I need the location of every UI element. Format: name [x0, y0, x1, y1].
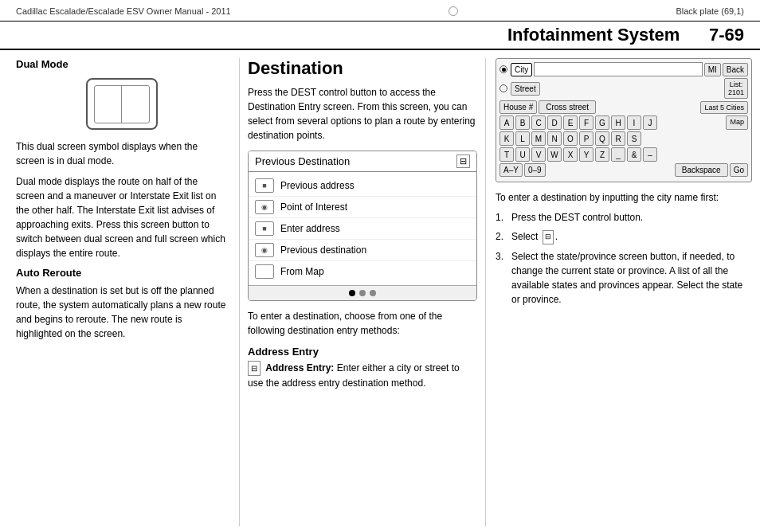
go-button[interactable]: Go [730, 163, 748, 177]
dual-screen-symbol [86, 78, 158, 130]
destination-panel: Previous Destination ⊟ ■ Previous addres… [248, 151, 477, 301]
city-button[interactable]: City [511, 63, 532, 76]
header-left: Cadillac Escalade/Escalade ESV Owner Man… [16, 6, 231, 16]
key-N[interactable]: N [547, 131, 562, 146]
key-D[interactable]: D [547, 115, 562, 130]
list-item[interactable]: ■ Previous address [249, 175, 476, 197]
city-name-input[interactable] [534, 62, 702, 76]
list-item[interactable]: ■ Enter address [249, 218, 476, 240]
left-column: Dual Mode This dual screen symbol displa… [0, 58, 239, 526]
prev-dest-icon: ◉ [255, 243, 274, 257]
dual-mode-title: Dual Mode [16, 58, 227, 70]
step-2-icon: ⊟ [543, 230, 554, 244]
poi-label: Point of Interest [280, 201, 347, 213]
key-M[interactable]: M [531, 131, 546, 146]
key-U[interactable]: U [515, 147, 530, 162]
address-entry-bold: Address Entry: [265, 362, 334, 374]
kb-letters-row1: A B C D E F G H I J Map [499, 115, 748, 130]
key-Y[interactable]: Y [579, 147, 594, 162]
prev-address-icon: ■ [255, 178, 274, 193]
key-underscore[interactable]: _ [611, 147, 625, 162]
last5-button[interactable]: Last 5 Cities [700, 101, 748, 114]
key-I[interactable]: I [627, 115, 641, 130]
kb-row-2: Street List: 2101 [499, 78, 748, 99]
from-map-icon [255, 264, 274, 279]
prev-address-label: Previous address [280, 180, 355, 191]
house-button[interactable]: House # [499, 100, 537, 114]
list-item[interactable]: ◉ Point of Interest [249, 197, 476, 218]
dual-mode-desc2: Dual mode displays the route on half of … [16, 174, 227, 260]
key-V[interactable]: V [531, 147, 546, 162]
page-header: Cadillac Escalade/Escalade ESV Owner Man… [0, 0, 760, 22]
list-item[interactable]: ◉ Previous destination [249, 240, 476, 261]
key-F[interactable]: F [579, 115, 594, 130]
key-O[interactable]: O [563, 131, 578, 146]
key-P[interactable]: P [579, 131, 594, 146]
key-A[interactable]: A [499, 115, 514, 130]
kb-row-4: A–Y 0–9 Backspace Go [499, 163, 748, 177]
address-entry-icon: ⊟ [248, 361, 261, 376]
back-button[interactable]: Back [723, 63, 748, 76]
destination-title: Destination [248, 58, 477, 79]
enter-address-label: Enter address [280, 223, 340, 234]
key-Q[interactable]: Q [595, 131, 609, 146]
dual-mode-desc1: This dual screen symbol displays when th… [16, 139, 227, 168]
backspace-button[interactable]: Backspace [675, 163, 728, 177]
street-radio[interactable] [499, 84, 507, 92]
nav-dot-3 [370, 290, 376, 296]
step-1-num: 1. [496, 210, 511, 225]
main-content: Dual Mode This dual screen symbol displa… [0, 50, 760, 526]
city-radio[interactable] [499, 65, 507, 73]
cross-button[interactable]: Cross street [539, 100, 596, 114]
key-Z[interactable]: Z [595, 147, 609, 162]
kb-row-1: City MI Back [499, 62, 748, 76]
list-item[interactable]: From Map [249, 261, 476, 282]
step-1: 1. Press the DEST control button. [496, 210, 752, 225]
key-L[interactable]: L [515, 131, 530, 146]
key-J[interactable]: J [643, 115, 657, 130]
instructions-intro: To enter a destination by inputting the … [496, 190, 752, 205]
key-R[interactable]: R [611, 131, 625, 146]
zero9-button[interactable]: 0–9 [524, 163, 546, 177]
step-1-text: Press the DEST control button. [511, 210, 643, 225]
street-button[interactable]: Street [511, 82, 540, 96]
middle-column: Destination Press the DEST control butto… [239, 58, 486, 526]
key-H[interactable]: H [611, 115, 625, 130]
dest-panel-bottom [249, 285, 476, 300]
key-W[interactable]: W [547, 147, 562, 162]
address-entry-title: Address Entry [248, 346, 477, 358]
key-T[interactable]: T [499, 147, 514, 162]
step-3: 3. Select the state/province screen butt… [496, 249, 752, 307]
step-3-num: 3. [496, 249, 511, 307]
key-dash[interactable]: – [643, 147, 657, 162]
dest-panel-title: Previous Destination [255, 155, 350, 167]
kb-letters-row2: K L M N O P Q R S [499, 131, 748, 146]
screen-half-right [122, 86, 149, 123]
registration-mark [449, 6, 458, 16]
step-2-num: 2. [496, 229, 511, 244]
poi-icon: ◉ [255, 200, 274, 214]
kb-row-3: House # Cross street Last 5 Cities [499, 100, 748, 114]
auto-reroute-desc: When a destination is set but is off the… [16, 284, 227, 341]
step-2: 2. Select ⊟. [496, 229, 752, 244]
map-button[interactable]: Map [726, 115, 748, 130]
key-K[interactable]: K [499, 131, 514, 146]
step-3-text: Select the state/province screen button,… [511, 249, 752, 307]
key-G[interactable]: G [595, 115, 609, 130]
mi-button[interactable]: MI [704, 63, 721, 76]
instructions: To enter a destination by inputting the … [496, 190, 752, 307]
auto-reroute-title: Auto Reroute [16, 267, 227, 279]
dual-screen-inner [94, 85, 150, 123]
enter-address-icon: ■ [255, 221, 274, 236]
atoy-button[interactable]: A–Y [499, 163, 523, 177]
key-ampersand[interactable]: & [627, 147, 641, 162]
key-X[interactable]: X [563, 147, 578, 162]
key-S[interactable]: S [627, 131, 641, 146]
step-2-text: Select ⊟. [511, 229, 558, 244]
nav-dot-2 [359, 290, 366, 296]
key-C[interactable]: C [531, 115, 546, 130]
title-bar: Infotainment System 7-69 [0, 22, 760, 50]
key-B[interactable]: B [515, 115, 530, 130]
dest-panel-body: ■ Previous address ◉ Point of Interest ■… [249, 172, 476, 285]
key-E[interactable]: E [563, 115, 578, 130]
